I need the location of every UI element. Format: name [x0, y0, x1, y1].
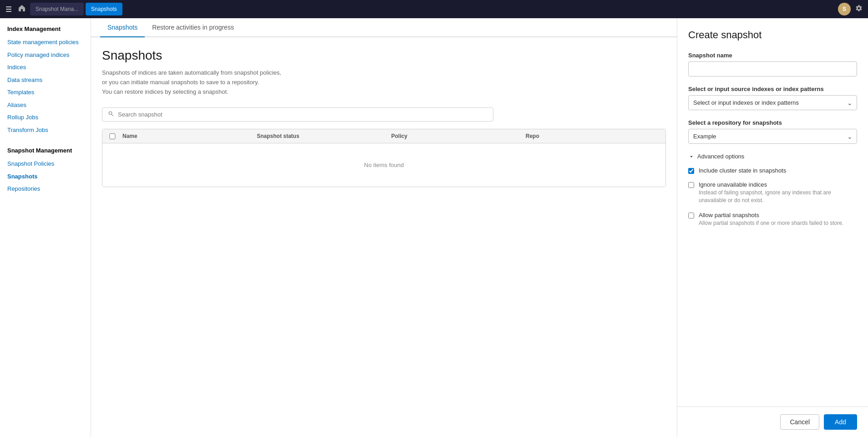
topbar-tab-snapshots[interactable]: Snapshots — [86, 3, 122, 15]
sidebar-item-state-management-policies[interactable]: State management policies — [0, 36, 91, 49]
checkbox-include-cluster-state[interactable] — [688, 168, 694, 174]
right-panel-title: Create snapshot — [688, 29, 857, 41]
snapshot-name-input[interactable] — [688, 61, 857, 76]
checkbox-label-include-cluster-state: Include cluster state in snapshots — [699, 167, 786, 174]
checkbox-label-ignore-unavailable: Ignore unavailable indices — [699, 181, 857, 188]
tab-restore-activities-tab[interactable]: Restore activities in progress — [145, 18, 241, 37]
checkbox-allow-partial[interactable] — [688, 213, 694, 218]
topbar-tabs: Snapshot Mana...Snapshots — [30, 3, 122, 15]
desc-line1: Snapshots of indices are taken automatic… — [102, 68, 666, 78]
sidebar-item-rollup-jobs[interactable]: Rollup Jobs — [0, 111, 91, 124]
source-indexes-select[interactable]: Select or input indexes or index pattern… — [688, 95, 857, 110]
settings-icon[interactable] — [853, 3, 864, 15]
repository-group: Select a repository for snapshots Exampl… — [688, 119, 857, 144]
table-col-status: Snapshot status — [257, 133, 391, 139]
right-panel-content: Create snapshot Snapshot name Select or … — [677, 18, 868, 407]
sidebar-item-repositories[interactable]: Repositories — [0, 183, 91, 195]
sidebar: Index Management State management polici… — [0, 18, 91, 437]
repository-select-wrapper: Example — [688, 129, 857, 144]
desc-line3: You can restore indices by selecting a s… — [102, 87, 666, 97]
page-title: Snapshots — [102, 48, 666, 63]
cancel-button[interactable]: Cancel — [780, 414, 819, 430]
tab-snapshots-tab[interactable]: Snapshots — [100, 18, 145, 37]
repository-label: Select a repository for snapshots — [688, 119, 857, 126]
snapshot-management-title: Snapshot Management — [0, 143, 91, 158]
sidebar-item-data-streams[interactable]: Data streams — [0, 74, 91, 86]
index-management-title: Index Management — [0, 25, 91, 36]
checkbox-desc-ignore-unavailable: Instead of failing snapshot, ignore any … — [699, 189, 857, 204]
checkbox-group-allow-partial: Allow partial snapshotsAllow partial sna… — [688, 212, 857, 227]
right-panel-footer: Cancel Add — [677, 407, 868, 437]
source-indexes-select-wrapper: Select or input indexes or index pattern… — [688, 95, 857, 110]
sidebar-item-policy-managed-indices[interactable]: Policy managed indices — [0, 49, 91, 61]
sidebar-item-snapshot-policies[interactable]: Snapshot Policies — [0, 158, 91, 170]
right-panel: Create snapshot Snapshot name Select or … — [677, 18, 868, 437]
topbar-tab-snapshot-mana[interactable]: Snapshot Mana... — [30, 3, 84, 15]
content-area: SnapshotsRestore activities in progress … — [91, 18, 677, 437]
advanced-checkboxes: Include cluster state in snapshotsIgnore… — [688, 167, 857, 227]
checkbox-ignore-unavailable[interactable] — [688, 182, 694, 188]
page-content: Snapshots Snapshots of indices are taken… — [91, 37, 677, 198]
sidebar-item-templates[interactable]: Templates — [0, 86, 91, 99]
menu-icon[interactable]: ☰ — [4, 3, 14, 15]
table-header: Name Snapshot status Policy Repo — [102, 129, 665, 143]
repository-select[interactable]: Example — [688, 129, 857, 144]
desc-line2: or you can initiate manual snapshots to … — [102, 78, 666, 87]
tabs-bar: SnapshotsRestore activities in progress — [91, 18, 677, 37]
user-avatar[interactable]: S — [838, 3, 851, 15]
sidebar-item-transform-jobs[interactable]: Transform Jobs — [0, 124, 91, 137]
table-col-name: Name — [122, 133, 257, 139]
source-indexes-group: Select or input source indexes or index … — [688, 86, 857, 110]
page-description: Snapshots of indices are taken automatic… — [102, 68, 666, 97]
search-input[interactable] — [118, 111, 487, 118]
table-select-all-checkbox[interactable] — [108, 133, 117, 139]
sidebar-item-aliases[interactable]: Aliases — [0, 99, 91, 112]
table-empty-message: No items found — [102, 143, 665, 187]
sidebar-item-snapshots[interactable]: Snapshots — [0, 170, 91, 183]
search-bar — [102, 107, 493, 122]
checkbox-group-include-cluster-state: Include cluster state in snapshots — [688, 167, 857, 174]
checkbox-desc-allow-partial: Allow partial snapshots if one or more s… — [699, 219, 843, 227]
sidebar-item-indices[interactable]: Indices — [0, 61, 91, 74]
advanced-options-label: Advanced options — [697, 153, 744, 160]
table-col-policy: Policy — [391, 133, 526, 139]
checkbox-label-allow-partial: Allow partial snapshots — [699, 212, 843, 218]
source-indexes-label: Select or input source indexes or index … — [688, 86, 857, 92]
table-col-repo: Repo — [526, 133, 660, 139]
checkbox-group-ignore-unavailable: Ignore unavailable indicesInstead of fai… — [688, 181, 857, 204]
advanced-options-toggle[interactable]: Advanced options — [688, 153, 857, 160]
search-icon — [108, 111, 114, 118]
snapshot-name-label: Snapshot name — [688, 52, 857, 59]
topbar: ☰ Snapshot Mana...Snapshots S — [0, 0, 868, 18]
snapshot-name-group: Snapshot name — [688, 52, 857, 76]
table-container: Name Snapshot status Policy Repo No item… — [102, 129, 666, 187]
home-icon[interactable] — [16, 3, 27, 15]
add-button[interactable]: Add — [824, 414, 857, 430]
